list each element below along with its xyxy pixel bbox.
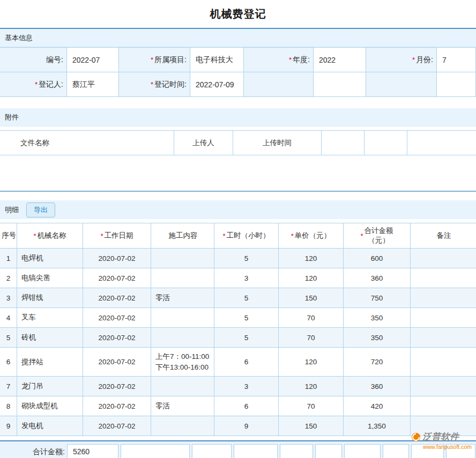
- required-marker: *: [100, 232, 103, 240]
- required-marker: *: [35, 80, 38, 88]
- col-header-serial: 序号: [0, 223, 17, 249]
- cell-total-amount: 350: [344, 308, 411, 328]
- footer-empty-cell: [344, 444, 381, 458]
- vendor-watermark: 泛普软件 www.fanpusoft.com: [411, 431, 472, 450]
- cell-machine-name: 搅拌站: [17, 348, 83, 377]
- required-marker: *: [412, 56, 415, 64]
- footer-empty-cell: [234, 444, 278, 458]
- basic-info-grid: 编号: 2022-07 * 所属项目: 电子科技大 * 年度: 2022 * 月…: [0, 47, 476, 97]
- table-row: 9 发电机 2020-07-02 9 150 1,350: [0, 416, 476, 436]
- col-header-uploader: 上传人: [174, 131, 233, 155]
- cell-remark: [411, 377, 476, 396]
- empty-cell: [366, 72, 437, 97]
- cell-machine-name: 龙门吊: [17, 377, 83, 396]
- cell-unit-price: 120: [279, 268, 344, 288]
- cell-work-date: 2020-07-02: [83, 416, 151, 436]
- table-row: 4 叉车 2020-07-02 5 70 350: [0, 308, 476, 328]
- section-detail-label: 明细: [5, 205, 19, 215]
- cell-machine-name: 砌块成型机: [17, 396, 83, 416]
- cell-serial: 3: [0, 288, 17, 308]
- export-button[interactable]: 导出: [26, 202, 55, 217]
- section-header-attachments: 附件: [0, 108, 476, 126]
- cell-total-amount: 720: [344, 348, 411, 377]
- cell-work-hours: 5: [214, 249, 279, 268]
- cell-work-hours: 9: [214, 416, 279, 436]
- table-row: 1 电焊机 2020-07-02 5 120 600: [0, 249, 476, 268]
- footer-empty-cell: [315, 444, 342, 458]
- field-value-month[interactable]: 7: [437, 48, 476, 72]
- table-row: 8 砌块成型机 2020-07-02 零活 6 70 420: [0, 396, 476, 416]
- required-marker: *: [33, 232, 36, 240]
- section-basic-info-label: 基本信息: [5, 33, 33, 43]
- cell-serial: 5: [0, 328, 17, 348]
- page-title: 机械费登记: [210, 7, 266, 21]
- field-value-project[interactable]: 电子科技大: [190, 48, 244, 72]
- required-marker: *: [222, 232, 225, 240]
- field-label-number: 编号:: [0, 48, 67, 72]
- cell-work-date: 2020-07-02: [83, 249, 151, 268]
- required-marker: *: [151, 80, 153, 88]
- cell-serial: 6: [0, 348, 17, 377]
- cell-serial: 2: [0, 268, 17, 288]
- empty-cell: [365, 131, 407, 155]
- cell-work-date: 2020-07-02: [83, 396, 151, 416]
- cell-machine-name: 电焊机: [17, 249, 83, 268]
- cell-unit-price: 120: [279, 348, 344, 377]
- cell-unit-price: 70: [279, 308, 344, 328]
- cell-total-amount: 420: [344, 396, 411, 416]
- cell-serial: 1: [0, 249, 17, 268]
- cell-serial: 4: [0, 308, 17, 328]
- field-value-registrant[interactable]: 蔡江平: [67, 72, 119, 97]
- cell-unit-price: 70: [279, 328, 344, 348]
- section-attachments-label: 附件: [5, 112, 19, 122]
- total-amount-input[interactable]: 5260: [67, 444, 118, 458]
- footer-empty-cell: [383, 444, 409, 458]
- field-value-number[interactable]: 2022-07: [67, 48, 119, 72]
- section-header-basic-info: 基本信息: [0, 29, 476, 47]
- cell-remark: [411, 249, 476, 268]
- cell-remark: [411, 396, 476, 416]
- vendor-brand: 泛普软件: [411, 431, 472, 443]
- cell-serial: 7: [0, 377, 17, 396]
- cell-construction-content: 零活: [151, 288, 214, 308]
- cell-construction-content: [151, 249, 214, 268]
- cell-work-hours: 3: [214, 268, 279, 288]
- vendor-url: www.fanpusoft.com: [411, 444, 472, 450]
- table-row: 3 焊钳线 2020-07-02 零活 5 150 750: [0, 288, 476, 308]
- cell-construction-content: [151, 416, 214, 436]
- field-label-year: * 年度:: [244, 48, 314, 72]
- cell-remark: [411, 308, 476, 328]
- table-row: 5 砖机 2020-07-02 5 70 350: [0, 328, 476, 348]
- cell-total-amount: 750: [344, 288, 411, 308]
- cell-unit-price: 120: [279, 249, 344, 268]
- empty-cell: [322, 131, 365, 155]
- detail-footer: 合计金额: 5260: [0, 440, 476, 458]
- vendor-brand-text: 泛普软件: [422, 431, 459, 443]
- col-header-machine-name: *机械名称: [17, 223, 83, 249]
- col-header-total-amount: *合计金额 （元）: [344, 223, 411, 249]
- total-amount-label: 合计金额:: [0, 444, 65, 458]
- empty-cell: [314, 72, 366, 97]
- cell-remark: [411, 288, 476, 308]
- cell-machine-name: 电镐尖凿: [17, 268, 83, 288]
- required-marker: *: [151, 56, 153, 64]
- attachments-table-header: 文件名称 上传人 上传时间: [0, 130, 476, 155]
- field-value-register-time[interactable]: 2022-07-09: [190, 72, 244, 97]
- field-label-project: * 所属项目:: [119, 48, 190, 72]
- cell-total-amount: 600: [344, 249, 411, 268]
- cell-remark: [411, 348, 476, 377]
- field-value-year[interactable]: 2022: [314, 48, 366, 72]
- cell-work-hours: 5: [214, 308, 279, 328]
- title-bar: 机械费登记: [0, 0, 476, 29]
- col-header-work-date: *工作日期: [83, 223, 151, 249]
- col-header-remark: 备注: [411, 223, 476, 249]
- cell-construction-content: [151, 328, 214, 348]
- table-row: 6 搅拌站 2020-07-02 上午7：00-11:00 下午13:00-16…: [0, 348, 476, 377]
- footer-empty-cell: [192, 444, 232, 458]
- detail-table-header: 序号 *机械名称 *工作日期 施工内容 *工时（小时） *单价（元） *合计金额…: [0, 223, 476, 249]
- cell-work-hours: 6: [214, 348, 279, 377]
- cell-work-date: 2020-07-02: [83, 308, 151, 328]
- cell-remark: [411, 268, 476, 288]
- cell-work-date: 2020-07-02: [83, 377, 151, 396]
- cell-construction-content: 上午7：00-11:00 下午13:00-16:00: [151, 348, 214, 377]
